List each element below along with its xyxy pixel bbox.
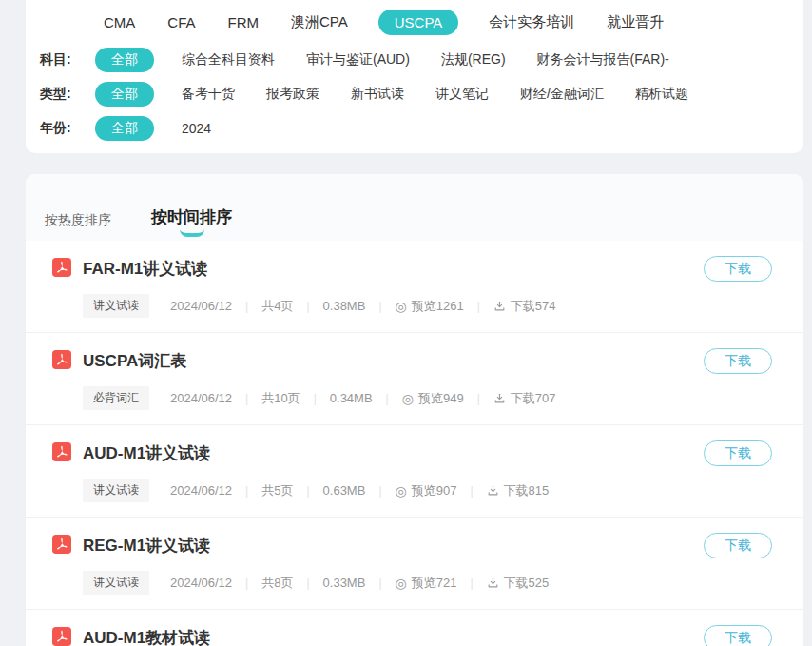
document-date: 2024/06/12	[170, 483, 232, 498]
document-title[interactable]: USCPA词汇表	[83, 350, 186, 372]
filter-option[interactable]: 报考政策	[266, 86, 319, 103]
meta-separator: |	[378, 484, 381, 498]
filter-option[interactable]: 法规(REG)	[441, 51, 506, 69]
meta-separator: |	[245, 484, 248, 498]
download-button[interactable]: 下载	[704, 348, 772, 374]
sort-by-heat-label: 按热度排序	[45, 212, 111, 229]
document-title-row: AUD-M1教材试读下载	[52, 625, 772, 646]
document-title-row: FAR-M1讲义试读下载	[52, 256, 772, 282]
document-item: REG-M1讲义试读下载讲义试读2024/06/12|共8页|0.33MB|◎预…	[26, 517, 803, 609]
category-tabs: CMACFAFRM澳洲CPAUSCPA会计实务培训就业晋升	[26, 0, 803, 43]
download-button[interactable]: 下载	[704, 625, 772, 646]
sort-bar: 按热度排序 按时间排序	[26, 174, 803, 241]
sort-by-time[interactable]: 按时间排序	[151, 206, 232, 237]
meta-separator: |	[386, 392, 389, 405]
document-meta-row: 讲义试读2024/06/12|共5页|0.63MB|◎预览907|下载815	[83, 479, 772, 502]
meta-separator: |	[245, 392, 248, 405]
meta-separator: |	[477, 392, 480, 405]
filter-option[interactable]: 综合全科目资料	[182, 51, 275, 69]
document-pages: 共4页	[261, 298, 293, 315]
filter-option[interactable]: 精析试题	[635, 86, 688, 103]
tab-item[interactable]: CFA	[165, 10, 197, 35]
filter-option[interactable]: 财经/金融词汇	[520, 86, 604, 103]
document-date: 2024/06/12	[170, 299, 232, 313]
tab-item[interactable]: USCPA	[378, 10, 459, 35]
document-title[interactable]: AUD-M1讲义试读	[83, 442, 210, 464]
document-item: AUD-M1教材试读下载	[26, 609, 803, 646]
preview-count: 预览1261	[412, 298, 464, 315]
document-title-row: AUD-M1讲义试读下载	[52, 440, 772, 466]
filter-option[interactable]: 备考干货	[182, 86, 235, 103]
sort-by-heat[interactable]: 按热度排序	[45, 212, 111, 229]
document-item: USCPA词汇表下载必背词汇2024/06/12|共10页|0.34MB|◎预览…	[26, 332, 803, 424]
document-title[interactable]: FAR-M1讲义试读	[83, 258, 207, 280]
download-button[interactable]: 下载	[704, 533, 772, 558]
download-count-icon	[493, 392, 506, 404]
pdf-icon	[52, 535, 71, 558]
meta-separator: |	[470, 484, 473, 498]
tab-item[interactable]: CMA	[102, 10, 137, 35]
document-date: 2024/06/12	[170, 391, 232, 405]
download-count-icon	[493, 300, 506, 312]
document-tag: 必背词汇	[83, 386, 149, 410]
meta-separator: |	[470, 577, 473, 590]
document-title-row: USCPA词汇表下载	[52, 348, 772, 374]
preview-count: 预览721	[412, 575, 457, 592]
meta-separator: |	[306, 484, 309, 498]
document-pages: 共10页	[261, 390, 300, 407]
filter-option[interactable]: 新书试读	[351, 86, 404, 103]
filter-option[interactable]: 2024	[182, 121, 211, 136]
sort-by-time-label: 按时间排序	[151, 206, 232, 228]
document-tag: 讲义试读	[83, 294, 149, 318]
meta-separator: |	[378, 300, 381, 313]
preview-count: 预览907	[412, 482, 457, 499]
document-tag: 讲义试读	[83, 479, 149, 502]
filter-label: 年份:	[40, 120, 95, 137]
tab-item[interactable]: FRM	[226, 10, 261, 35]
document-date: 2024/06/12	[170, 576, 232, 590]
filter-rows: 科目:全部综合全科目资料审计与鉴证(AUD)法规(REG)财务会计与报告(FAR…	[26, 43, 803, 146]
download-count: 下载815	[504, 482, 550, 499]
filter-option-all[interactable]: 全部	[95, 116, 154, 141]
document-tag: 讲义试读	[83, 571, 149, 595]
download-count: 下载525	[504, 575, 550, 592]
document-item: FAR-M1讲义试读下载讲义试读2024/06/12|共4页|0.38MB|◎预…	[26, 241, 803, 332]
preview-icon: ◎	[396, 300, 407, 313]
pdf-icon	[52, 442, 71, 465]
document-item: AUD-M1讲义试读下载讲义试读2024/06/12|共5页|0.63MB|◎预…	[26, 424, 803, 517]
filter-option-all[interactable]: 全部	[95, 82, 154, 107]
filter-option-all[interactable]: 全部	[95, 48, 154, 72]
active-sort-indicator	[180, 229, 204, 237]
page-content: CMACFAFRM澳洲CPAUSCPA会计实务培训就业晋升 科目:全部综合全科目…	[26, 0, 803, 646]
pdf-icon	[52, 258, 71, 281]
filter-option[interactable]: 讲义笔记	[435, 86, 489, 103]
preview-count: 预览949	[418, 390, 464, 407]
document-list: FAR-M1讲义试读下载讲义试读2024/06/12|共4页|0.38MB|◎预…	[26, 241, 803, 646]
document-size: 0.38MB	[323, 299, 366, 313]
download-count: 下载574	[511, 298, 556, 315]
filter-row: 类型:全部备考干货报考政策新书试读讲义笔记财经/金融词汇精析试题	[26, 77, 803, 111]
document-list-card: 按热度排序 按时间排序 FAR-M1讲义试读下载讲义试读2024/06/12|共…	[26, 174, 803, 646]
download-button[interactable]: 下载	[704, 256, 772, 282]
meta-separator: |	[245, 300, 248, 313]
meta-separator: |	[314, 392, 317, 405]
filter-option[interactable]: 财务会计与报告(FAR)-	[537, 51, 669, 69]
filter-option[interactable]: 审计与鉴证(AUD)	[306, 51, 410, 69]
meta-separator: |	[378, 577, 381, 590]
document-title[interactable]: AUD-M1教材试读	[83, 627, 210, 646]
meta-separator: |	[306, 577, 309, 590]
download-button[interactable]: 下载	[704, 440, 772, 466]
filter-row: 科目:全部综合全科目资料审计与鉴证(AUD)法规(REG)财务会计与报告(FAR…	[26, 43, 803, 77]
document-size: 0.63MB	[323, 483, 366, 498]
document-title-row: REG-M1讲义试读下载	[52, 533, 772, 558]
document-title[interactable]: REG-M1讲义试读	[83, 535, 210, 557]
download-count-icon	[487, 577, 499, 589]
meta-separator: |	[306, 300, 309, 313]
tab-item[interactable]: 会计实务培训	[487, 9, 576, 36]
tab-item[interactable]: 澳洲CPA	[289, 9, 350, 36]
tab-item[interactable]: 就业晋升	[605, 9, 666, 36]
meta-separator: |	[245, 577, 248, 590]
document-size: 0.33MB	[323, 576, 366, 590]
document-size: 0.34MB	[330, 391, 373, 405]
document-meta-row: 必背词汇2024/06/12|共10页|0.34MB|◎预览949|下载707	[83, 386, 772, 410]
